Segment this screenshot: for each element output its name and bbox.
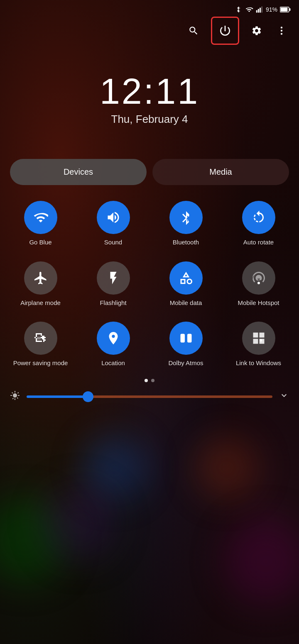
tile-flashlight[interactable]: Flashlight	[77, 258, 150, 310]
svg-rect-12	[187, 334, 192, 343]
tile-sound-label: Sound	[104, 238, 122, 246]
tile-dolby-atmos[interactable]: Dolby Atmos	[150, 318, 222, 371]
clock-date: Thu, February 4	[111, 113, 188, 126]
svg-point-8	[281, 30, 282, 32]
tile-power-saving[interactable]: Power saving mode	[4, 318, 77, 371]
power-saving-icon	[24, 322, 57, 355]
tile-sound[interactable]: Sound	[77, 198, 150, 250]
bluetooth-icon	[169, 201, 203, 234]
auto-rotate-icon	[242, 201, 275, 234]
page-indicators	[0, 379, 299, 382]
tile-auto-rotate-label: Auto rotate	[243, 238, 274, 246]
battery-percentage: 91%	[266, 6, 277, 13]
clock-time: 12:11	[100, 73, 199, 110]
tile-power-saving-label: Power saving mode	[13, 359, 68, 367]
clock-section: 12:11 Thu, February 4	[0, 48, 299, 159]
svg-rect-3	[261, 7, 262, 13]
status-icons: 91%	[235, 6, 291, 13]
power-button[interactable]	[211, 17, 239, 45]
tile-mobile-data[interactable]: Mobile data	[150, 258, 222, 310]
svg-rect-1	[258, 9, 259, 13]
airplane-mode-icon	[24, 261, 57, 295]
tab-buttons: Devices Media	[0, 159, 299, 185]
tile-location-label: Location	[101, 359, 125, 367]
svg-rect-2	[260, 8, 261, 13]
settings-button[interactable]	[249, 23, 264, 38]
tile-mobile-hotspot[interactable]: Mobile Hotspot	[222, 258, 295, 310]
battery-icon	[280, 7, 291, 12]
tile-link-windows-label: Link to Windows	[236, 359, 281, 367]
svg-point-9	[281, 33, 282, 34]
dolby-atmos-icon	[169, 322, 203, 355]
tile-mobile-data-label: Mobile data	[170, 299, 202, 307]
dot-1	[145, 379, 148, 382]
go-blue-icon	[24, 201, 57, 234]
tile-flashlight-label: Flashlight	[100, 299, 126, 307]
bluetooth-status-icon	[235, 6, 243, 13]
mobile-data-icon	[169, 261, 203, 295]
flashlight-icon	[97, 261, 130, 295]
tile-link-windows[interactable]: Link to Windows	[222, 318, 295, 371]
expand-button[interactable]	[279, 390, 289, 403]
tile-go-blue-label: Go Blue	[29, 238, 51, 246]
status-bar: 91%	[0, 0, 299, 13]
search-button[interactable]	[186, 23, 201, 38]
tile-go-blue[interactable]: Go Blue	[4, 198, 77, 250]
devices-tab[interactable]: Devices	[10, 159, 147, 185]
tile-mobile-hotspot-label: Mobile Hotspot	[238, 299, 279, 307]
svg-rect-0	[256, 10, 257, 13]
quick-tiles: Go Blue Sound Bluetooth	[0, 198, 299, 371]
svg-rect-6	[289, 8, 291, 11]
wifi-status-icon	[245, 6, 253, 13]
brightness-thumb[interactable]	[83, 391, 93, 402]
more-options-button[interactable]	[274, 23, 289, 38]
svg-rect-5	[281, 8, 288, 12]
tile-location[interactable]: Location	[77, 318, 150, 371]
svg-point-7	[281, 27, 282, 28]
tile-bluetooth-label: Bluetooth	[173, 238, 199, 246]
media-tab[interactable]: Media	[152, 159, 289, 185]
signal-icon	[256, 6, 263, 13]
top-actions	[0, 13, 299, 48]
svg-rect-11	[180, 334, 185, 343]
tile-auto-rotate[interactable]: Auto rotate	[222, 198, 295, 250]
tile-airplane-mode[interactable]: Airplane mode	[4, 258, 77, 310]
tile-airplane-mode-label: Airplane mode	[20, 299, 61, 307]
brightness-icon	[10, 390, 20, 403]
brightness-slider[interactable]	[27, 395, 272, 398]
mobile-hotspot-icon	[242, 261, 275, 295]
brightness-bar	[0, 386, 299, 407]
location-icon	[97, 322, 130, 355]
dot-2	[151, 379, 154, 382]
svg-point-10	[257, 282, 260, 284]
link-windows-icon	[242, 322, 275, 355]
tile-bluetooth[interactable]: Bluetooth	[150, 198, 222, 250]
sound-icon	[97, 201, 130, 234]
tile-dolby-atmos-label: Dolby Atmos	[168, 359, 203, 367]
